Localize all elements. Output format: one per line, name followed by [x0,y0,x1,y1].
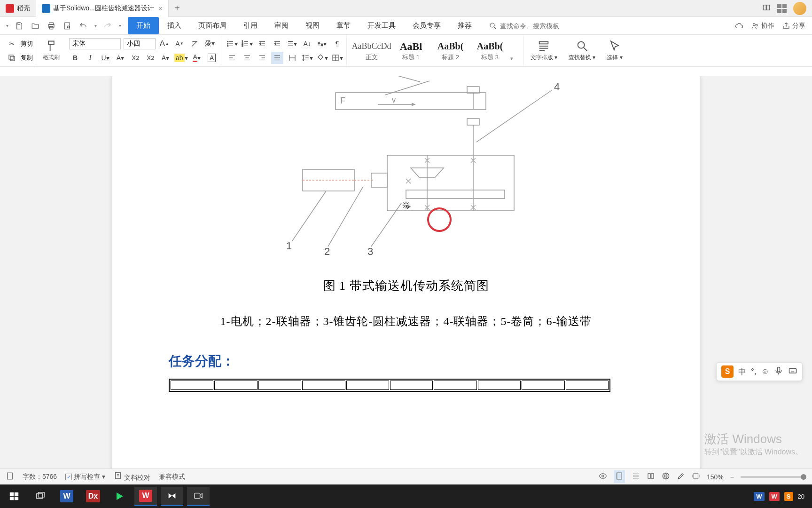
doc-status-icon[interactable] [6,472,14,482]
subscript-button[interactable]: X2 [144,52,156,64]
undo-icon[interactable] [77,19,90,32]
view-web-icon[interactable] [662,472,670,482]
shrink-font-icon[interactable]: A▼ [173,38,186,50]
tab-daoke[interactable]: 稻壳 [0,0,36,17]
bullets-button[interactable]: ▾ [226,38,238,50]
copy-icon[interactable] [6,52,18,64]
print-icon[interactable] [45,19,58,32]
avatar[interactable] [793,2,806,15]
ribbon-tab-recommend[interactable]: 推荐 [449,17,480,34]
window-mode-icon[interactable] [762,3,771,14]
recorder-taskbar-icon[interactable] [187,487,210,506]
ime-punct-icon[interactable]: °, [751,367,757,376]
document-area[interactable]: F v 6 4 [0,76,812,489]
select-button[interactable]: 选择 ▾ [602,36,627,65]
undo-dropdown[interactable]: ▾ [93,19,98,32]
print-preview-icon[interactable] [61,19,74,32]
eye-icon[interactable] [599,472,607,482]
ime-toolbar[interactable]: S 中 °, ☺ [716,362,803,381]
fit-page-icon[interactable] [692,472,700,482]
tray-s-icon[interactable]: S [784,492,793,501]
zoom-slider[interactable] [741,476,806,478]
grow-font-icon[interactable]: A▲ [158,38,171,50]
tab-symbol-button[interactable]: ↹▾ [316,38,328,50]
start-button[interactable] [3,487,25,506]
share-button[interactable]: 分享 [782,22,805,30]
underline-button[interactable]: U▾ [99,52,111,64]
open-icon[interactable] [29,19,42,32]
style-normal[interactable]: AaBbCcDd正文 [352,40,391,62]
borders-button[interactable]: ▾ [331,52,344,64]
ime-keyboard-icon[interactable] [788,366,797,378]
shading-button[interactable]: ▾ [316,52,328,64]
char-border-button[interactable]: A [206,52,218,64]
numbering-button[interactable]: 123▾ [241,38,253,50]
new-tab-button[interactable]: + [169,3,186,14]
superscript-button[interactable]: X2 [129,52,141,64]
zoom-value[interactable]: 150% [707,473,724,481]
cloud-icon[interactable] [735,22,743,30]
view-draft-icon[interactable] [677,472,685,482]
compat-mode[interactable]: 兼容模式 [159,473,185,481]
font-size-select[interactable] [124,38,156,49]
dx-taskbar-icon[interactable]: Dx [82,487,104,506]
align-center-button[interactable] [241,52,253,64]
ribbon-tab-layout[interactable]: 页面布局 [190,17,235,34]
format-brush[interactable]: 格式刷 [38,36,64,65]
ribbon-tab-chapter[interactable]: 章节 [328,17,359,34]
phonetic-icon[interactable]: 愛▾ [203,38,216,50]
ribbon-tab-insert[interactable]: 插入 [159,17,190,34]
show-marks-button[interactable]: ¶ [331,38,344,50]
cut-icon[interactable]: ✂ [6,38,18,50]
style-heading2[interactable]: AaBb(标题 2 [431,40,470,62]
command-search[interactable] [489,22,575,30]
docfix-button[interactable]: 文档校对 [114,471,150,482]
clear-format-icon[interactable] [188,38,201,50]
close-icon[interactable]: × [159,5,163,12]
search-input[interactable] [500,22,575,30]
asian-layout-button[interactable]: ☰▾ [286,38,298,50]
italic-button[interactable]: I [84,52,96,64]
font-name-select[interactable] [69,38,121,49]
view-reading-icon[interactable] [647,472,655,482]
indent-decrease-button[interactable] [256,38,268,50]
spellcheck-toggle[interactable]: ✓ 拼写检查 ▾ [65,473,105,481]
apps-grid-icon[interactable] [777,4,787,13]
line-spacing-button[interactable]: ▾ [301,52,313,64]
find-replace-button[interactable]: 查找替换 ▾ [564,36,600,65]
ribbon-tab-view[interactable]: 视图 [297,17,328,34]
style-heading1[interactable]: AaBl标题 1 [392,40,430,62]
media-player-icon[interactable] [108,487,131,506]
style-heading3[interactable]: AaBb(标题 3 [471,40,509,62]
save-icon[interactable] [13,19,26,32]
ime-mic-icon[interactable] [774,366,783,378]
ime-emoji-icon[interactable]: ☺ [761,367,769,376]
ribbon-tab-reference[interactable]: 引用 [235,17,266,34]
ribbon-tab-home[interactable]: 开始 [128,17,159,34]
align-left-button[interactable] [226,52,238,64]
text-layout-button[interactable]: 文字排版 ▾ [526,36,562,65]
capcut-taskbar-icon[interactable] [161,487,183,506]
tab-document[interactable]: 基于Solidwo...圆柱齿轮减速器设计 × [36,0,169,17]
zoom-out-button[interactable]: − [730,473,734,481]
align-justify-button[interactable] [271,52,283,64]
taskview-icon[interactable] [29,487,52,506]
font-color-button[interactable]: A▾ [191,52,203,64]
wordcount[interactable]: 字数：5766 [23,473,57,481]
ribbon-tab-devtools[interactable]: 开发工具 [359,17,404,34]
strikethrough-button[interactable]: A▾ [114,52,126,64]
quickbar-dropdown[interactable]: ▾ [117,19,123,32]
change-case-button[interactable]: A▾ [159,52,172,64]
tray-w-icon[interactable]: W [754,492,764,501]
highlight-button[interactable]: ab▾ [174,52,188,64]
tray-time[interactable]: 20 [798,493,804,500]
indent-increase-button[interactable] [271,38,283,50]
word-taskbar-icon[interactable]: W [55,487,78,506]
ribbon-tab-member[interactable]: 会员专享 [404,17,449,34]
bold-button[interactable]: B [69,52,81,64]
ime-lang[interactable]: 中 [738,366,746,377]
distribute-button[interactable] [286,52,298,64]
ribbon-tab-review[interactable]: 审阅 [266,17,297,34]
view-outline-icon[interactable] [632,472,640,482]
sort-button[interactable]: A↓ [301,38,313,50]
